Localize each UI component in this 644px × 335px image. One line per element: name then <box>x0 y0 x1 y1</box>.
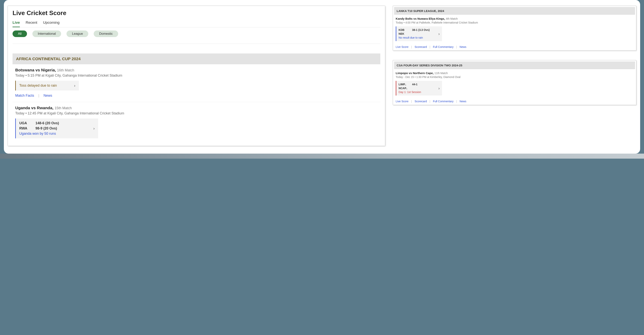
side-links: Live Score|Scorecard|Full Commentary|New… <box>393 100 636 103</box>
link-news[interactable]: News <box>460 100 466 103</box>
side-sub: Today • 4:00 PM at Pallekele, Pallekele … <box>396 21 634 24</box>
tab-recent[interactable]: Recent <box>26 19 37 27</box>
match-meta: 16th Match <box>57 68 74 72</box>
match-title[interactable]: Botswana vs Nigeria, 16th Match <box>15 68 378 72</box>
chevron-right-icon: › <box>74 83 75 88</box>
side-body: Limpopo vs Northern Cape, 11th MatchToda… <box>393 70 636 100</box>
link-separator: | <box>38 94 39 98</box>
side-links: Live Score|Scorecard|Full Commentary|New… <box>393 45 636 49</box>
team-abbr: NCAP.. <box>398 87 409 90</box>
score-box[interactable]: Toss delayed due to rain› <box>15 81 79 91</box>
side-score-lines: LIMP..44-1NCAP.. <box>398 83 421 90</box>
tab-live[interactable]: Live <box>12 19 20 27</box>
pill-row: AllInternationalLeagueDomestic <box>12 28 380 44</box>
page-title: Live Cricket Score <box>12 10 380 17</box>
link-live-score[interactable]: Live Score <box>396 100 408 103</box>
side-sub: Today - Dec 15 • 1:30 PM at Kimberley, D… <box>396 76 634 79</box>
side-match-title[interactable]: Kandy Bolts vs Nuwara Eliya Kings, 4th M… <box>396 17 634 20</box>
score-lines: UGA148-6 (20 Ovs)RWA98-9 (20 Ovs) <box>19 121 59 130</box>
link-separator: | <box>430 100 430 103</box>
side-body: Kandy Bolts vs Nuwara Eliya Kings, 4th M… <box>393 16 636 45</box>
main-card: Live Cricket Score LiveRecentUpcoming Al… <box>8 6 385 146</box>
series-header[interactable]: AFRICA CONTINENTAL CUP 2024 <box>12 54 380 64</box>
side-meta: 4th Match <box>446 17 458 20</box>
side-teams: Kandy Bolts vs Nuwara Eliya Kings, <box>396 17 446 20</box>
filter-pill-league[interactable]: League <box>66 31 88 37</box>
team-score: 98-9 (20 Ovs) <box>36 126 57 130</box>
match-block: Botswana vs Nigeria, 16th MatchToday • 5… <box>12 64 380 102</box>
match-links: Match Facts|News <box>15 94 378 98</box>
match-meta: 15th Match <box>54 106 72 110</box>
match-title[interactable]: Uganda vs Rwanda, 15th Match <box>15 106 378 110</box>
link-scorecard[interactable]: Scorecard <box>414 45 427 49</box>
right-column: LANKA T10 SUPER LEAGUE, 2024Kandy Bolts … <box>393 6 636 105</box>
match-sub: Today • 5:15 PM at Kigali City, Gahanga … <box>15 74 378 78</box>
side-score-lines: KDB38-1 (3.3 Ovs)NEK <box>398 28 430 35</box>
main-card-inner: Live Cricket Score LiveRecentUpcoming Al… <box>8 6 385 146</box>
match-block: Uganda vs Rwanda, 15th MatchToday • 12:4… <box>12 102 380 146</box>
side-score-box[interactable]: LIMP..44-1NCAP..Day 1: 1st Session› <box>396 81 442 96</box>
team-abbr: NEK <box>398 32 409 35</box>
team-score: 38-1 (3.3 Ovs) <box>412 28 430 32</box>
chevron-right-icon: › <box>93 126 95 131</box>
left-column: Live Cricket Score LiveRecentUpcoming Al… <box>8 6 385 146</box>
link-separator: | <box>456 100 457 103</box>
side-teams: Limpopo vs Northern Cape, <box>396 71 434 75</box>
team-abbr: KDB <box>398 28 409 32</box>
match-sub: Today • 12:45 PM at Kigali City, Gahanga… <box>15 111 378 115</box>
side-card: CSA FOUR-DAY SERIES DIVISION TWO 2024-25… <box>393 60 636 105</box>
link-news[interactable]: News <box>460 45 466 49</box>
tab-upcoming[interactable]: Upcoming <box>43 19 60 27</box>
side-match-title[interactable]: Limpopo vs Northern Cape, 11th Match <box>396 71 634 75</box>
team-score: 148-6 (20 Ovs) <box>36 121 59 125</box>
score-box[interactable]: UGA148-6 (20 Ovs)RWA98-9 (20 Ovs)Uganda … <box>15 119 98 138</box>
side-result: Day 1: 1st Session <box>398 91 421 94</box>
filter-pill-all[interactable]: All <box>12 31 27 37</box>
page-container: Live Cricket Score LiveRecentUpcoming Al… <box>4 0 640 154</box>
score-line: RWA98-9 (20 Ovs) <box>19 126 59 130</box>
side-score-line: LIMP..44-1 <box>398 83 421 86</box>
score-result: Uganda won by 50 runs <box>19 132 59 136</box>
chevron-right-icon: › <box>438 32 440 36</box>
side-score-line: NCAP.. <box>398 87 421 90</box>
side-series-header[interactable]: LANKA T10 SUPER LEAGUE, 2024 <box>394 7 635 15</box>
filter-pill-domestic[interactable]: Domestic <box>94 31 118 37</box>
team-abbr: RWA <box>19 126 31 130</box>
side-meta: 11th Match <box>434 72 448 75</box>
link-live-score[interactable]: Live Score <box>396 45 408 49</box>
link-scorecard[interactable]: Scorecard <box>414 100 427 103</box>
side-card: LANKA T10 SUPER LEAGUE, 2024Kandy Bolts … <box>393 6 636 51</box>
link-full-commentary[interactable]: Full Commentary <box>433 45 454 49</box>
link-separator: | <box>411 45 412 49</box>
bottom-decorative-strip <box>0 154 644 159</box>
score-status: Toss delayed due to rain <box>19 84 57 88</box>
team-score: 44-1 <box>412 83 418 86</box>
link-separator: | <box>456 45 457 49</box>
side-result: No result due to rain <box>398 36 430 39</box>
score-line: UGA148-6 (20 Ovs) <box>19 121 59 125</box>
team-abbr: LIMP.. <box>398 83 409 86</box>
top-tabs: LiveRecentUpcoming <box>12 19 380 28</box>
link-full-commentary[interactable]: Full Commentary <box>433 100 454 103</box>
side-score-box[interactable]: KDB38-1 (3.3 Ovs)NEKNo result due to rai… <box>396 27 442 41</box>
chevron-right-icon: › <box>438 86 440 91</box>
link-separator: | <box>430 45 430 49</box>
filter-pill-international[interactable]: International <box>32 31 61 37</box>
series-block: AFRICA CONTINENTAL CUP 2024 Botswana vs … <box>12 44 380 146</box>
link-match-facts[interactable]: Match Facts <box>15 94 34 98</box>
side-series-header[interactable]: CSA FOUR-DAY SERIES DIVISION TWO 2024-25 <box>394 62 635 69</box>
side-score-line: KDB38-1 (3.3 Ovs) <box>398 28 430 32</box>
link-news[interactable]: News <box>44 94 52 98</box>
match-teams: Botswana vs Nigeria, <box>15 68 57 72</box>
side-score-line: NEK <box>398 32 430 35</box>
match-teams: Uganda vs Rwanda, <box>15 106 54 110</box>
link-separator: | <box>411 100 412 103</box>
team-abbr: UGA <box>19 121 31 125</box>
